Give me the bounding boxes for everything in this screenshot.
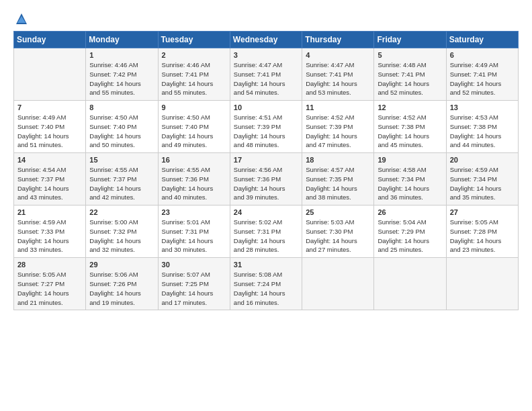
day-number: 5 <box>378 51 442 59</box>
header-friday: Friday <box>374 32 446 48</box>
calendar-cell: 22Sunrise: 5:00 AM Sunset: 7:32 PM Dayli… <box>86 205 158 258</box>
calendar-cell: 17Sunrise: 4:56 AM Sunset: 7:36 PM Dayli… <box>230 153 302 205</box>
calendar-cell: 23Sunrise: 5:01 AM Sunset: 7:31 PM Dayli… <box>158 205 230 258</box>
day-info: Sunrise: 5:01 AM Sunset: 7:31 PM Dayligh… <box>162 218 226 255</box>
day-number: 4 <box>306 51 370 59</box>
day-info: Sunrise: 4:55 AM Sunset: 7:37 PM Dayligh… <box>89 165 154 202</box>
calendar-cell: 18Sunrise: 4:57 AM Sunset: 7:35 PM Dayli… <box>302 153 374 205</box>
calendar-cell: 16Sunrise: 4:55 AM Sunset: 7:36 PM Dayli… <box>158 153 230 205</box>
calendar-cell <box>14 48 86 101</box>
day-number: 21 <box>17 208 82 216</box>
calendar-cell: 24Sunrise: 5:02 AM Sunset: 7:31 PM Dayli… <box>230 205 302 258</box>
calendar-cell: 9Sunrise: 4:50 AM Sunset: 7:40 PM Daylig… <box>158 101 230 153</box>
calendar-week-1: 7Sunrise: 4:49 AM Sunset: 7:40 PM Daylig… <box>14 101 519 153</box>
calendar-cell: 26Sunrise: 5:04 AM Sunset: 7:29 PM Dayli… <box>374 205 446 258</box>
calendar-week-4: 28Sunrise: 5:05 AM Sunset: 7:27 PM Dayli… <box>14 258 519 310</box>
calendar-cell: 13Sunrise: 4:53 AM Sunset: 7:38 PM Dayli… <box>446 101 518 153</box>
header-tuesday: Tuesday <box>158 32 230 48</box>
day-info: Sunrise: 4:55 AM Sunset: 7:36 PM Dayligh… <box>162 165 226 202</box>
calendar-header-row: SundayMondayTuesdayWednesdayThursdayFrid… <box>14 32 519 48</box>
day-number: 26 <box>378 208 442 216</box>
header-sunday: Sunday <box>14 32 86 48</box>
page: SundayMondayTuesdayWednesdayThursdayFrid… <box>0 0 532 411</box>
day-info: Sunrise: 4:54 AM Sunset: 7:37 PM Dayligh… <box>17 165 82 202</box>
header-saturday: Saturday <box>446 32 518 48</box>
day-info: Sunrise: 4:53 AM Sunset: 7:38 PM Dayligh… <box>450 113 515 150</box>
day-info: Sunrise: 5:04 AM Sunset: 7:29 PM Dayligh… <box>378 218 442 255</box>
calendar-cell: 31Sunrise: 5:08 AM Sunset: 7:24 PM Dayli… <box>230 258 302 310</box>
day-number: 29 <box>89 261 154 269</box>
calendar-cell <box>374 258 446 310</box>
day-number: 18 <box>306 156 370 164</box>
day-info: Sunrise: 4:52 AM Sunset: 7:39 PM Dayligh… <box>306 113 370 150</box>
day-number: 17 <box>234 156 298 164</box>
day-info: Sunrise: 4:46 AM Sunset: 7:42 PM Dayligh… <box>89 60 154 97</box>
calendar-cell: 14Sunrise: 4:54 AM Sunset: 7:37 PM Dayli… <box>14 153 86 205</box>
day-info: Sunrise: 4:47 AM Sunset: 7:41 PM Dayligh… <box>306 60 370 97</box>
day-number: 3 <box>234 51 298 59</box>
calendar-week-0: 1Sunrise: 4:46 AM Sunset: 7:42 PM Daylig… <box>14 48 519 101</box>
day-info: Sunrise: 4:59 AM Sunset: 7:34 PM Dayligh… <box>450 165 515 202</box>
day-number: 10 <box>234 103 298 111</box>
day-info: Sunrise: 4:49 AM Sunset: 7:40 PM Dayligh… <box>17 113 82 150</box>
calendar-cell: 2Sunrise: 4:46 AM Sunset: 7:41 PM Daylig… <box>158 48 230 101</box>
day-number: 27 <box>450 208 515 216</box>
day-info: Sunrise: 4:52 AM Sunset: 7:38 PM Dayligh… <box>378 113 442 150</box>
calendar-cell <box>302 258 374 310</box>
day-info: Sunrise: 4:46 AM Sunset: 7:41 PM Dayligh… <box>162 60 226 97</box>
day-number: 14 <box>17 156 82 164</box>
header-wednesday: Wednesday <box>230 32 302 48</box>
day-number: 13 <box>450 103 515 111</box>
day-number: 8 <box>89 103 154 111</box>
day-info: Sunrise: 5:03 AM Sunset: 7:30 PM Dayligh… <box>306 218 370 255</box>
calendar-week-2: 14Sunrise: 4:54 AM Sunset: 7:37 PM Dayli… <box>14 153 519 205</box>
calendar-cell: 28Sunrise: 5:05 AM Sunset: 7:27 PM Dayli… <box>14 258 86 310</box>
day-number: 9 <box>162 103 226 111</box>
day-info: Sunrise: 5:08 AM Sunset: 7:24 PM Dayligh… <box>234 270 298 307</box>
day-number: 24 <box>234 208 298 216</box>
day-info: Sunrise: 4:51 AM Sunset: 7:39 PM Dayligh… <box>234 113 298 150</box>
day-info: Sunrise: 5:06 AM Sunset: 7:26 PM Dayligh… <box>89 270 154 307</box>
calendar-cell: 5Sunrise: 4:48 AM Sunset: 7:41 PM Daylig… <box>374 48 446 101</box>
day-info: Sunrise: 5:05 AM Sunset: 7:27 PM Dayligh… <box>17 270 82 307</box>
day-info: Sunrise: 4:58 AM Sunset: 7:34 PM Dayligh… <box>378 165 442 202</box>
day-info: Sunrise: 5:00 AM Sunset: 7:32 PM Dayligh… <box>89 218 154 255</box>
day-number: 25 <box>306 208 370 216</box>
day-info: Sunrise: 4:49 AM Sunset: 7:41 PM Dayligh… <box>450 60 515 97</box>
logo-icon <box>15 12 28 26</box>
day-number: 20 <box>450 156 515 164</box>
day-number: 12 <box>378 103 442 111</box>
calendar-cell: 10Sunrise: 4:51 AM Sunset: 7:39 PM Dayli… <box>230 101 302 153</box>
day-number: 7 <box>17 103 82 111</box>
calendar-cell: 1Sunrise: 4:46 AM Sunset: 7:42 PM Daylig… <box>86 48 158 101</box>
header <box>13 12 519 26</box>
day-number: 23 <box>162 208 226 216</box>
day-number: 11 <box>306 103 370 111</box>
calendar-cell: 3Sunrise: 4:47 AM Sunset: 7:41 PM Daylig… <box>230 48 302 101</box>
calendar-cell: 7Sunrise: 4:49 AM Sunset: 7:40 PM Daylig… <box>14 101 86 153</box>
day-info: Sunrise: 4:57 AM Sunset: 7:35 PM Dayligh… <box>306 165 370 202</box>
calendar-cell: 25Sunrise: 5:03 AM Sunset: 7:30 PM Dayli… <box>302 205 374 258</box>
calendar-cell: 11Sunrise: 4:52 AM Sunset: 7:39 PM Dayli… <box>302 101 374 153</box>
calendar-cell: 4Sunrise: 4:47 AM Sunset: 7:41 PM Daylig… <box>302 48 374 101</box>
header-monday: Monday <box>86 32 158 48</box>
header-thursday: Thursday <box>302 32 374 48</box>
day-number: 19 <box>378 156 442 164</box>
day-number: 1 <box>89 51 154 59</box>
day-info: Sunrise: 4:47 AM Sunset: 7:41 PM Dayligh… <box>234 60 298 97</box>
day-number: 15 <box>89 156 154 164</box>
day-info: Sunrise: 4:56 AM Sunset: 7:36 PM Dayligh… <box>234 165 298 202</box>
calendar-cell <box>446 258 518 310</box>
day-info: Sunrise: 4:50 AM Sunset: 7:40 PM Dayligh… <box>89 113 154 150</box>
calendar-cell: 27Sunrise: 5:05 AM Sunset: 7:28 PM Dayli… <box>446 205 518 258</box>
day-info: Sunrise: 5:07 AM Sunset: 7:25 PM Dayligh… <box>162 270 226 307</box>
calendar-cell: 19Sunrise: 4:58 AM Sunset: 7:34 PM Dayli… <box>374 153 446 205</box>
day-number: 30 <box>162 261 226 269</box>
day-info: Sunrise: 4:50 AM Sunset: 7:40 PM Dayligh… <box>162 113 226 150</box>
calendar-week-3: 21Sunrise: 4:59 AM Sunset: 7:33 PM Dayli… <box>14 205 519 258</box>
calendar-cell: 20Sunrise: 4:59 AM Sunset: 7:34 PM Dayli… <box>446 153 518 205</box>
calendar-cell: 15Sunrise: 4:55 AM Sunset: 7:37 PM Dayli… <box>86 153 158 205</box>
calendar-cell: 6Sunrise: 4:49 AM Sunset: 7:41 PM Daylig… <box>446 48 518 101</box>
calendar-cell: 29Sunrise: 5:06 AM Sunset: 7:26 PM Dayli… <box>86 258 158 310</box>
day-number: 22 <box>89 208 154 216</box>
